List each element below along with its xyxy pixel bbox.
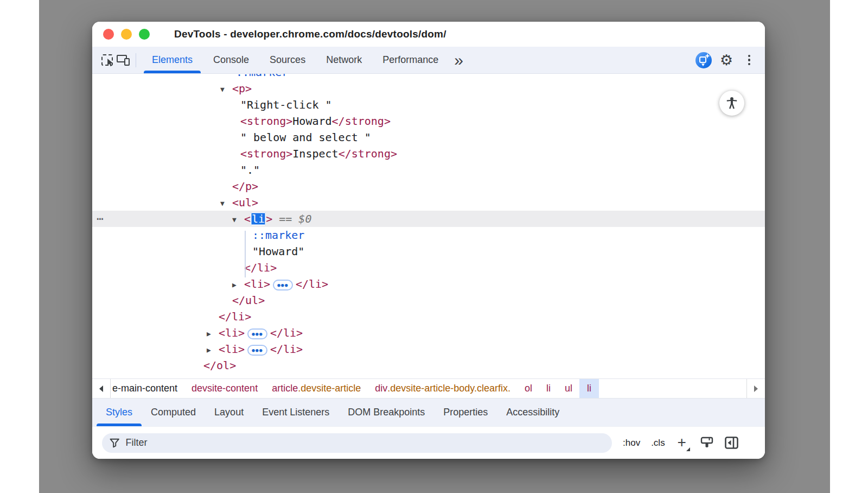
dom-row-li-collapsed[interactable]: <li></li>	[92, 276, 765, 292]
crumb-classes: .devsite-article-body.clearfix.	[387, 383, 510, 394]
text-node: "Howard"	[252, 245, 304, 258]
crumb-li-selected[interactable]: li	[579, 379, 599, 398]
tab-properties[interactable]: Properties	[434, 399, 497, 426]
text-node: "."	[240, 163, 260, 176]
tab-properties-label: Properties	[443, 407, 488, 418]
kebab-menu-icon[interactable]	[741, 52, 757, 68]
element-classes-button[interactable]: .cls	[651, 438, 665, 448]
tab-computed[interactable]: Computed	[142, 399, 205, 426]
tab-styles-label: Styles	[106, 407, 132, 418]
dom-row-marker[interactable]: ::marker	[92, 227, 765, 243]
crumb-devsite-content[interactable]: devsite-content	[184, 379, 265, 398]
crumb-main-content[interactable]: e-main-content	[111, 379, 184, 398]
dom-row-strong-inspect[interactable]: <strong>Inspect</strong>	[92, 146, 765, 162]
dom-row-li-selected[interactable]: <li> == $0	[92, 211, 765, 227]
ai-assistance-icon[interactable]	[695, 52, 712, 68]
new-style-rule-button[interactable]	[675, 436, 689, 450]
tab-network[interactable]: Network	[318, 47, 370, 73]
gray-backdrop: DevTools - developer.chrome.com/docs/dev…	[39, 0, 830, 493]
tab-event-listeners[interactable]: Event Listeners	[253, 399, 339, 426]
dom-row-text[interactable]: " below and select "	[92, 129, 765, 146]
tag-label: <li>	[244, 277, 270, 290]
expand-children-ellipsis-icon[interactable]	[247, 345, 267, 356]
dom-row-text-howard[interactable]: "Howard"	[92, 243, 765, 260]
tab-layout[interactable]: Layout	[205, 399, 253, 426]
dom-row-marker-clipped[interactable]: ::marker	[92, 74, 765, 80]
rendering-emulations-brush-icon[interactable]	[700, 437, 714, 450]
dom-row-p-open[interactable]: <p>	[92, 80, 765, 97]
filter-input-pill[interactable]	[102, 433, 612, 453]
crumb-ul[interactable]: ul	[558, 379, 579, 398]
collapse-arrow-icon[interactable]	[220, 81, 232, 98]
filter-funnel-icon	[110, 438, 119, 448]
tab-accessibility-label: Accessibility	[506, 407, 559, 418]
expand-arrow-icon[interactable]	[232, 277, 244, 293]
tab-styles[interactable]: Styles	[97, 399, 142, 426]
more-tabs-icon[interactable]	[449, 47, 469, 73]
inspect-element-icon[interactable]	[99, 52, 115, 68]
dom-row-ol-close[interactable]: </ol>	[92, 357, 765, 374]
crumb-tag: div	[375, 383, 387, 394]
maximize-window-button[interactable]	[139, 29, 150, 40]
collapse-arrow-icon[interactable]	[232, 212, 244, 228]
kebab-glyph	[748, 55, 750, 66]
dom-row-text[interactable]: "."	[92, 162, 765, 178]
tab-dom-breakpoints-label: DOM Breakpoints	[348, 407, 425, 418]
device-toolbar-icon[interactable]	[115, 52, 131, 68]
dom-row-p-close[interactable]: </p>	[92, 178, 765, 194]
panel-tabs: Elements Console Sources Network Perform…	[142, 47, 469, 73]
collapse-arrow-icon[interactable]	[220, 195, 232, 212]
tag-label: </li>	[244, 261, 277, 274]
crumb-li[interactable]: li	[539, 379, 558, 398]
breadcrumb-scroll-left-button[interactable]	[92, 379, 111, 398]
tab-performance[interactable]: Performance	[374, 47, 446, 73]
accessibility-widget-button[interactable]	[719, 91, 744, 116]
dom-row-li-collapsed[interactable]: <li></li>	[92, 341, 765, 357]
inspect-cursor-icon	[101, 54, 113, 66]
toggle-element-state-button[interactable]: :hov	[623, 438, 640, 448]
expand-children-ellipsis-icon[interactable]	[273, 280, 293, 290]
dom-row-ul-open[interactable]: <ul>	[92, 194, 765, 211]
equals-operator: ==	[272, 212, 298, 225]
tab-computed-label: Computed	[151, 407, 196, 418]
dom-row-li-close[interactable]: </li>	[92, 308, 765, 325]
tag-label: </strong>	[339, 147, 397, 160]
tag-open-bracket: <	[244, 212, 251, 225]
tab-elements[interactable]: Elements	[144, 47, 201, 73]
gear-glyph: ⚙	[720, 53, 733, 67]
elements-dom-tree: ::marker <p> "Right-click " <strong>Howa…	[92, 74, 765, 378]
close-window-button[interactable]	[103, 29, 114, 40]
minimize-window-button[interactable]	[121, 29, 132, 40]
dom-row-text[interactable]: "Right-click "	[92, 97, 765, 113]
node-options-icon[interactable]	[97, 211, 104, 227]
tab-console[interactable]: Console	[205, 47, 257, 73]
expand-arrow-icon[interactable]	[207, 342, 219, 358]
text-node: Howard	[292, 115, 331, 128]
dom-row-ul-close[interactable]: </ul>	[92, 292, 765, 308]
crumb-article[interactable]: article.devsite-article	[265, 379, 368, 398]
dom-row-li-close[interactable]: </li>	[92, 260, 765, 276]
tag-label: <li>	[219, 343, 245, 356]
tab-dom-breakpoints[interactable]: DOM Breakpoints	[339, 399, 434, 426]
expand-children-ellipsis-icon[interactable]	[247, 328, 267, 339]
crumb-label: li	[587, 383, 591, 394]
breadcrumb-scroll-right-button[interactable]	[746, 379, 765, 398]
breadcrumb: e-main-content devsite-content article.d…	[111, 379, 746, 398]
dom-row-li-collapsed[interactable]: <li></li>	[92, 325, 765, 341]
tab-accessibility[interactable]: Accessibility	[497, 399, 569, 426]
devtools-window: DevTools - developer.chrome.com/docs/dev…	[92, 22, 765, 459]
settings-gear-icon[interactable]: ⚙	[718, 52, 735, 68]
styles-filter-bar: :hov .cls	[92, 426, 765, 459]
tag-label: <p>	[232, 82, 252, 95]
crumb-article-body[interactable]: div.devsite-article-body.clearfix.	[368, 379, 518, 398]
right-arrow-icon	[754, 385, 758, 392]
expand-arrow-icon[interactable]	[207, 326, 219, 342]
tab-sources[interactable]: Sources	[261, 47, 314, 73]
filter-input[interactable]	[125, 437, 604, 448]
tag-label: </li>	[270, 343, 303, 356]
dom-row-strong-howard[interactable]: <strong>Howard</strong>	[92, 113, 765, 129]
accessibility-person-icon	[725, 96, 739, 110]
crumb-ol[interactable]: ol	[518, 379, 539, 398]
indent-guide-line	[245, 231, 246, 277]
toggle-sidebar-icon[interactable]	[725, 437, 738, 449]
